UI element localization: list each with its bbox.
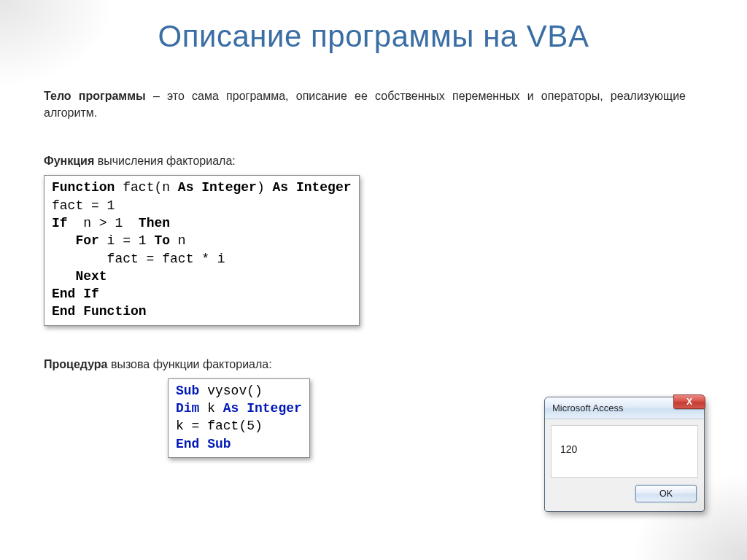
msgbox-footer: OK bbox=[545, 478, 704, 511]
subhead-function-bold: Функция bbox=[44, 155, 94, 167]
subhead-function: Функция вычисления факториала: bbox=[44, 155, 703, 168]
ok-button[interactable]: OK bbox=[635, 485, 697, 502]
ok-button-label: OK bbox=[659, 489, 673, 499]
subhead-function-rest: вычисления факториала: bbox=[94, 155, 236, 167]
code-sub-vysov: Sub vysov() Dim k As Integer k = fact(5)… bbox=[168, 378, 310, 458]
intro-bold: Тело программы bbox=[44, 90, 146, 102]
msgbox-titlebar[interactable]: Microsoft Access X bbox=[545, 397, 704, 419]
intro-paragraph: Тело программы – это сама программа, опи… bbox=[44, 88, 686, 121]
subhead-procedure-bold: Процедура bbox=[44, 358, 108, 370]
msgbox-value: 120 bbox=[560, 443, 577, 455]
slide-title: Описание программы на VBA bbox=[44, 19, 703, 54]
msgbox-body: 120 bbox=[551, 425, 698, 478]
close-icon: X bbox=[686, 397, 692, 407]
msgbox-title-text: Microsoft Access bbox=[545, 402, 624, 413]
msgbox-microsoft-access: Microsoft Access X 120 OK bbox=[544, 397, 705, 512]
close-button[interactable]: X bbox=[673, 394, 705, 409]
subhead-procedure: Процедура вызова функции факториала: bbox=[44, 358, 703, 371]
subhead-procedure-rest: вызова функции факториала: bbox=[108, 358, 272, 370]
code-function-fact: Function fact(n As Integer) As Integer f… bbox=[44, 175, 360, 325]
